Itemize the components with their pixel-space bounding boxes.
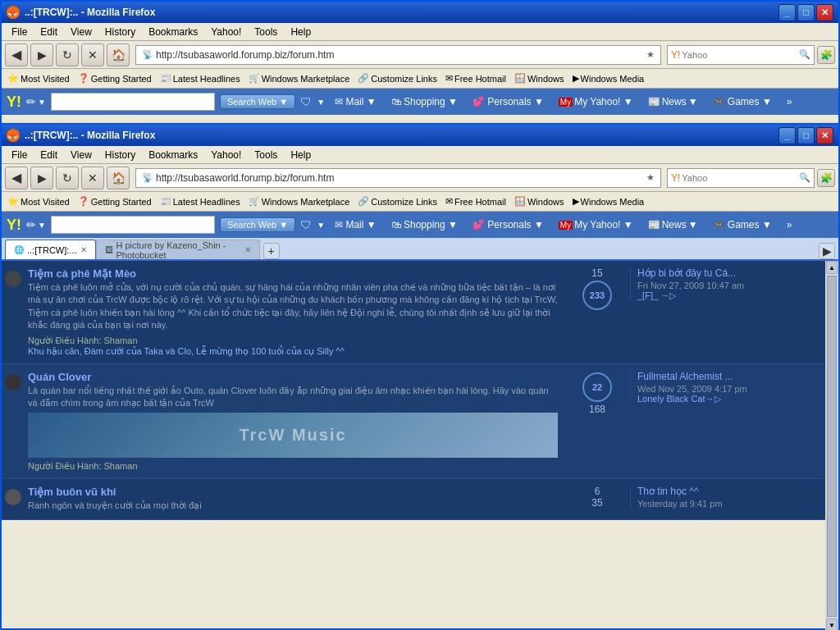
forum-image-1: TrcW Music: [28, 413, 558, 458]
addon-btn-2[interactable]: 🧩: [817, 169, 835, 187]
yahoo-mail-1[interactable]: ✉ Mail ▼: [330, 94, 381, 109]
maximize-btn-1[interactable]: □: [797, 4, 815, 21]
scroll-down-btn[interactable]: ▼: [826, 619, 838, 630]
menu-yahoo-1[interactable]: Yahoo!: [204, 25, 248, 39]
menu-bookmarks-1[interactable]: Bookmarks: [142, 25, 204, 39]
back-btn-1[interactable]: ◀: [5, 43, 28, 66]
tab-scroll-right[interactable]: ▶: [819, 243, 835, 259]
yahoo-search-btn-2[interactable]: Search Web ▼: [220, 217, 295, 232]
yahoo-shopping-1[interactable]: 🛍 Shopping ▼: [386, 94, 463, 109]
menu-file-1[interactable]: File: [5, 25, 34, 39]
yahoo-games-2[interactable]: 🎮 Games ▼: [708, 217, 777, 232]
menu-view-1[interactable]: View: [64, 25, 98, 39]
yahoo-news-1[interactable]: 📰 News ▼: [643, 94, 703, 109]
yahoo-personals-1[interactable]: 💕 Personals ▼: [468, 94, 549, 109]
bm-free-hotmail-2[interactable]: ✉ Free Hotmail: [443, 195, 509, 208]
menu-tools-1[interactable]: Tools: [248, 25, 284, 39]
close-btn-1[interactable]: ✕: [816, 4, 833, 21]
tab-trcw[interactable]: 🌐 ..:[TRCW]:... ✕: [5, 240, 96, 259]
menu-edit-2[interactable]: Edit: [34, 148, 64, 162]
dropdown-icon-1[interactable]: ▼: [38, 98, 46, 107]
last-topic-0[interactable]: Hớp bi bớt đây tu Cá...: [637, 267, 835, 279]
scroll-thumb[interactable]: [827, 276, 837, 617]
bm-windows-1[interactable]: 🪟 Windows: [512, 72, 567, 84]
bm-latest-headlines-2[interactable]: 📰 Latest Headlines: [158, 195, 243, 208]
dropdown3-icon-2[interactable]: ▼: [317, 221, 325, 230]
bm-latest-headlines-1[interactable]: 📰 Latest Headlines: [158, 72, 243, 84]
menu-yahoo-2[interactable]: Yahoo!: [204, 148, 248, 162]
scroll-up-btn[interactable]: ▲: [826, 261, 838, 274]
search-go-2[interactable]: 🔍: [799, 172, 810, 183]
address-input-1[interactable]: [156, 49, 644, 61]
bm-windows-media-2[interactable]: ▶ Windows Media: [570, 195, 647, 208]
tab-close-pb[interactable]: ✕: [244, 245, 251, 254]
window-controls-2[interactable]: _ □ ✕: [778, 127, 833, 144]
bm-free-hotmail-1[interactable]: ✉ Free Hotmail: [443, 72, 509, 84]
menu-file-2[interactable]: File: [5, 148, 34, 162]
minimize-btn-1[interactable]: _: [778, 4, 796, 21]
home-btn-2[interactable]: 🏠: [107, 167, 130, 189]
stop-btn-2[interactable]: ✕: [81, 167, 104, 189]
back-btn-2[interactable]: ◀: [5, 167, 28, 189]
stop-btn-1[interactable]: ✕: [81, 43, 104, 66]
bm-windows-marketplace-2[interactable]: 🛒 Windows Marketplace: [246, 195, 353, 208]
yahoo-search-btn-1[interactable]: Search Web ▼: [220, 94, 295, 109]
last-topic-1[interactable]: Fullmetal Alchemist ...: [637, 371, 835, 382]
tab-close-trcw[interactable]: ✕: [80, 245, 87, 254]
maximize-btn-2[interactable]: □: [797, 127, 815, 144]
star-icon-1[interactable]: ★: [644, 49, 657, 60]
menu-edit-1[interactable]: Edit: [34, 25, 64, 39]
minimize-btn-2[interactable]: _: [778, 127, 796, 144]
menu-help-2[interactable]: Help: [284, 148, 317, 162]
yahoo-myyahoo-1[interactable]: My My Yahoo! ▼: [554, 94, 638, 109]
search-input-1[interactable]: [682, 50, 799, 60]
menu-bookmarks-2[interactable]: Bookmarks: [142, 148, 204, 162]
yahoo-more-1[interactable]: »: [782, 94, 797, 109]
bm-customize-links-2[interactable]: 🔗 Customize Links: [355, 195, 440, 208]
yahoo-myyahoo-2[interactable]: My My Yahoo! ▼: [554, 217, 638, 232]
addon-btn-1[interactable]: 🧩: [817, 46, 835, 64]
forum-title-0[interactable]: Tiệm cà phê Mặt Mèo: [28, 267, 558, 280]
bm-customize-links-1[interactable]: 🔗 Customize Links: [355, 72, 440, 84]
reload-btn-2[interactable]: ↻: [56, 167, 79, 189]
reload-btn-1[interactable]: ↻: [56, 43, 79, 66]
bm-most-visited-2[interactable]: ⭐ Most Visited: [5, 195, 72, 208]
yahoo-search-input-1[interactable]: [51, 93, 215, 111]
bm-most-visited-1[interactable]: ⭐ Most Visited: [5, 72, 72, 84]
forum-links-0[interactable]: Khu hậu căn, Đám cưới của Taka và Clo, L…: [28, 346, 558, 357]
dropdown-icon-2[interactable]: ▼: [38, 221, 46, 230]
yahoo-mail-2[interactable]: ✉ Mail ▼: [330, 217, 381, 232]
menu-history-2[interactable]: History: [98, 148, 142, 162]
forward-btn-2[interactable]: ▶: [30, 167, 53, 189]
home-btn-1[interactable]: 🏠: [107, 43, 130, 66]
close-btn-2[interactable]: ✕: [816, 127, 833, 144]
scrollbar[interactable]: ▲ ▼: [825, 261, 838, 630]
bm-windows-media-1[interactable]: ▶ Windows Media: [570, 72, 647, 84]
dropdown2-icon-1[interactable]: ▼: [317, 98, 325, 107]
search-input-2[interactable]: [682, 173, 799, 183]
search-go-1[interactable]: 🔍: [799, 49, 810, 60]
bm-getting-started-2[interactable]: ❓ Getting Started: [75, 195, 154, 208]
new-tab-btn[interactable]: +: [263, 243, 280, 259]
yahoo-news-2[interactable]: 📰 News ▼: [643, 217, 703, 232]
yahoo-games-1[interactable]: 🎮 Games ▼: [708, 94, 777, 109]
tab-photobucket[interactable]: 🖼 H picture by Kazeno_Shin - Photobucket…: [96, 240, 260, 259]
window-controls-1[interactable]: _ □ ✕: [778, 4, 833, 21]
forum-title-2[interactable]: Tiệm buôn vũ khí: [28, 486, 558, 498]
bm-windows-2[interactable]: 🪟 Windows: [512, 195, 567, 208]
yahoo-shopping-2[interactable]: 🛍 Shopping ▼: [386, 217, 463, 232]
star-icon-2[interactable]: ★: [644, 172, 657, 183]
forward-btn-1[interactable]: ▶: [30, 43, 53, 66]
menu-tools-2[interactable]: Tools: [248, 148, 284, 162]
yahoo-search-input-2[interactable]: [51, 216, 215, 234]
menu-view-2[interactable]: View: [64, 148, 98, 162]
last-topic-2[interactable]: Thơ tin học ^^: [637, 486, 835, 497]
yahoo-personals-2[interactable]: 💕 Personals ▼: [468, 217, 549, 232]
bm-getting-started-1[interactable]: ❓ Getting Started: [75, 72, 154, 84]
forum-title-1[interactable]: Quán Clover: [28, 371, 558, 383]
yahoo-more-2[interactable]: »: [782, 217, 797, 232]
bm-windows-marketplace-1[interactable]: 🛒 Windows Marketplace: [246, 72, 353, 84]
address-input-2[interactable]: [156, 172, 644, 184]
menu-history-1[interactable]: History: [98, 25, 142, 39]
menu-help-1[interactable]: Help: [284, 25, 317, 39]
